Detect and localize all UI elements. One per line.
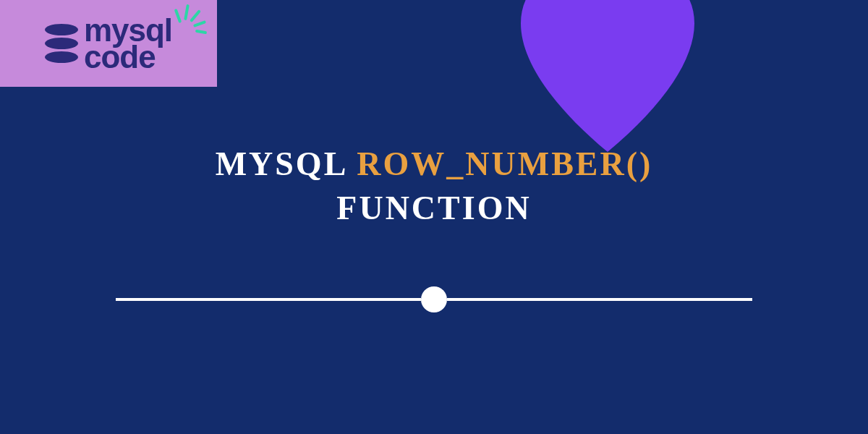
divider-bar-right bbox=[447, 298, 752, 301]
burst-icon bbox=[169, 4, 204, 39]
divider-bar-left bbox=[116, 298, 421, 301]
title-word-mysql: MYSQL bbox=[216, 145, 346, 182]
database-icon bbox=[45, 24, 78, 63]
title-line-2: FUNCTION bbox=[0, 189, 868, 227]
logo-text: mysql code bbox=[84, 17, 172, 71]
title-line-1: MYSQL ROW_NUMBER() bbox=[0, 145, 868, 183]
heart-decoration bbox=[492, 0, 723, 159]
page-title: MYSQL ROW_NUMBER() FUNCTION bbox=[0, 145, 868, 227]
title-word-rownumber: ROW_NUMBER() bbox=[357, 145, 652, 182]
logo-word-code: code bbox=[84, 43, 172, 70]
divider-dot-icon bbox=[421, 286, 447, 312]
logo-badge: mysql code bbox=[0, 0, 217, 87]
divider bbox=[116, 286, 752, 312]
